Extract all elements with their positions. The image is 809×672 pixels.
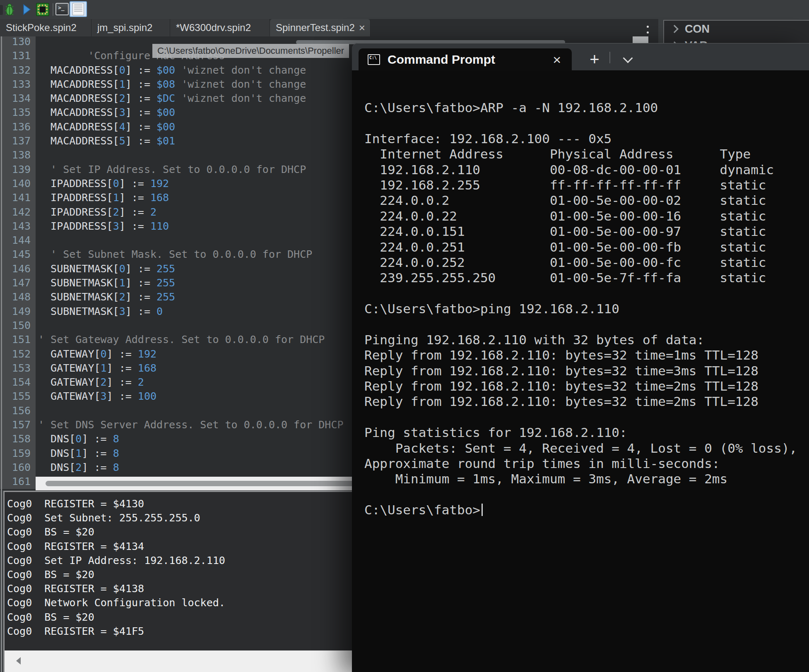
line-number: 156 xyxy=(0,404,36,418)
toolbar: >_ xyxy=(0,0,809,19)
line-number: 145 xyxy=(0,247,36,262)
terminal-line xyxy=(364,487,809,502)
line-number: 139 xyxy=(0,163,36,177)
line-number: 160 xyxy=(0,461,36,475)
vertical-scrollbar-thumb[interactable] xyxy=(633,36,648,43)
chevron-right-icon xyxy=(670,25,679,33)
editor-tab-jm-spi-spin2[interactable]: jm_spi.spin2 xyxy=(91,19,170,36)
tab-dropdown-button[interactable] xyxy=(615,48,640,71)
line-text xyxy=(36,233,38,247)
line-text xyxy=(36,148,38,162)
file-path-tooltip: C:\Users\fatbo\OneDrive\Documents\Propel… xyxy=(152,44,349,58)
line-number: 153 xyxy=(0,361,36,375)
line-text: SUBNETMASK[1] := 255 xyxy=(36,276,175,290)
line-number: 152 xyxy=(0,347,36,361)
titlebar-separator xyxy=(609,52,610,63)
terminal-tab-close-icon[interactable]: × xyxy=(553,48,561,71)
line-text: IPADDRESS[1] := 168 xyxy=(36,191,169,205)
terminal-line: Pinging 192.168.2.110 with 32 bytes of d… xyxy=(364,332,809,348)
text-cursor xyxy=(482,504,483,516)
line-number: 159 xyxy=(0,446,36,461)
line-text: IPADDRESS[3] := 110 xyxy=(36,219,169,233)
line-number: 154 xyxy=(0,375,36,389)
terminal-line xyxy=(364,115,809,131)
line-number: 132 xyxy=(0,63,36,77)
line-text: MACADDRESS[3] := $00 xyxy=(36,106,175,120)
debug-console-icon[interactable] xyxy=(70,1,87,17)
terminal-prompt-line: C:\Users\fatbo> xyxy=(364,502,809,518)
terminal-titlebar[interactable]: C:\ Command Prompt × + xyxy=(352,43,809,70)
terminal-tab-command-prompt[interactable]: C:\ Command Prompt × xyxy=(359,48,572,71)
terminal-line: Internet Address Physical Address Type xyxy=(364,146,809,162)
terminal-tab-title: Command Prompt xyxy=(388,53,495,67)
line-number: 148 xyxy=(0,290,36,304)
terminal-line: Reply from 192.168.2.110: bytes=32 time=… xyxy=(364,394,809,409)
terminal-line: 224.0.0.22 01-00-5e-00-00-16 static xyxy=(364,209,809,224)
line-text: MACADDRESS[2] := $DC 'wiznet don't chang… xyxy=(36,91,306,106)
line-text: GATEWAY[0] := 192 xyxy=(36,347,157,361)
terminal-line: 224.0.0.251 01-00-5e-00-00-fb static xyxy=(364,240,809,255)
line-text: MACADDRESS[5] := $01 xyxy=(36,134,175,148)
debug-bug-icon[interactable] xyxy=(4,2,15,17)
toolbar-separator xyxy=(53,3,53,16)
editor-tab-strip: StickPoke.spin2jm_spi.spin2*W6300drv.spi… xyxy=(0,19,658,36)
terminal-output[interactable]: C:\Users\fatbo>ARP -a -N 192.168.2.100In… xyxy=(352,70,809,518)
line-text: MACADDRESS[4] := $00 xyxy=(36,120,175,134)
line-text: SUBNETMASK[2] := 255 xyxy=(36,290,175,304)
scroll-left-arrow-icon[interactable] xyxy=(16,657,21,665)
terminal-line xyxy=(364,317,809,332)
line-text: DNS[2] := 8 xyxy=(36,461,119,475)
line-number: 149 xyxy=(0,305,36,319)
line-number: 135 xyxy=(0,106,36,120)
line-text: GATEWAY[2] := 2 xyxy=(36,375,144,389)
line-text: DNS[1] := 8 xyxy=(36,446,119,461)
line-text: ' Set Subnet Mask. Set to 0.0.0.0 for DH… xyxy=(36,247,312,262)
terminal-line: Reply from 192.168.2.110: bytes=32 time=… xyxy=(364,348,809,363)
ide-window: { "toolbar": { "icons": ["debug-bug-icon… xyxy=(0,0,809,672)
terminal-line: 224.0.0.2 01-00-5e-00-00-02 static xyxy=(364,193,809,208)
terminal-line xyxy=(364,286,809,301)
window-left-border xyxy=(1,36,2,672)
line-number: 161 xyxy=(0,475,36,489)
line-number: 134 xyxy=(0,91,36,106)
line-number: 150 xyxy=(0,319,36,333)
line-text xyxy=(36,404,38,418)
line-number: 138 xyxy=(0,148,36,162)
line-number: 146 xyxy=(0,262,36,276)
terminal-line: Reply from 192.168.2.110: bytes=32 time=… xyxy=(364,363,809,379)
terminal-line: 239.255.255.250 01-00-5e-7f-ff-fa static xyxy=(364,270,809,286)
outline-label: CON xyxy=(685,23,710,36)
terminal-line: Approximate round trip times in milli-se… xyxy=(364,456,809,471)
tab-label: jm_spi.spin2 xyxy=(97,22,152,34)
terminal-line: Interface: 192.168.2.100 --- 0x5 xyxy=(364,131,809,146)
tab-close-icon[interactable]: × xyxy=(355,22,365,34)
tab-label: StickPoke.spin2 xyxy=(6,22,77,34)
outline-item-con[interactable]: CON xyxy=(664,21,809,37)
program-chip-icon[interactable] xyxy=(36,2,50,17)
editor-tab-spinnertest-spin2[interactable]: SpinnerTest.spin2× xyxy=(270,19,371,36)
editor-tab--w6300drv-spin2[interactable]: *W6300drv.spin2 xyxy=(170,19,270,36)
command-prompt-window: C:\ Command Prompt × + C:\Users\fatbo>AR… xyxy=(352,43,809,672)
line-text: SUBNETMASK[3] := 0 xyxy=(36,305,163,319)
line-number: 131 xyxy=(0,49,36,63)
cmd-icon: C:\ xyxy=(368,54,380,65)
new-tab-button[interactable]: + xyxy=(582,48,607,71)
terminal-line: Packets: Sent = 4, Received = 4, Lost = … xyxy=(364,441,809,456)
scrollbar-thumb[interactable] xyxy=(46,481,359,486)
run-play-icon[interactable] xyxy=(23,4,31,15)
line-text: SUBNETMASK[0] := 255 xyxy=(36,262,175,276)
line-text: GATEWAY[1] := 168 xyxy=(36,361,157,375)
line-number: 140 xyxy=(0,177,36,191)
clipped-toolbar-icon xyxy=(0,5,3,15)
terminal-line: Reply from 192.168.2.110: bytes=32 time=… xyxy=(364,379,809,394)
line-number: 155 xyxy=(0,389,36,403)
terminal-line: Ping statistics for 192.168.2.110: xyxy=(364,425,809,440)
terminal-line: 224.0.0.252 01-00-5e-00-00-fc static xyxy=(364,255,809,270)
terminal-line: 224.0.0.151 01-00-5e-00-00-97 static xyxy=(364,224,809,239)
line-text xyxy=(36,319,38,333)
editor-tab-stickpoke-spin2[interactable]: StickPoke.spin2 xyxy=(0,19,91,36)
terminal-window-icon[interactable]: >_ xyxy=(55,3,69,15)
line-text: MACADDRESS[0] := $00 'wiznet don't chang… xyxy=(36,63,306,77)
line-text: ' Set DNS Server Address. Set to 0.0.0.0… xyxy=(36,418,344,432)
terminal-line: Minimum = 1ms, Maximum = 3ms, Average = … xyxy=(364,471,809,487)
